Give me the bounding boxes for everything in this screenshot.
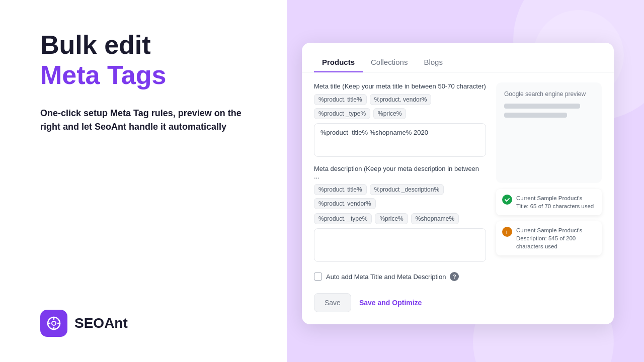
meta-title-group: Meta title (Keep your meta title in betw… <box>314 82 486 157</box>
tag-desc-shopname[interactable]: %shopname% <box>411 213 459 224</box>
tab-collections[interactable]: Collections <box>363 53 416 72</box>
meta-desc-label: Meta description (Keep your meta descrip… <box>314 165 486 180</box>
meta-desc-input[interactable] <box>314 228 486 262</box>
title-meta: Meta Tags <box>40 60 257 90</box>
meta-desc-tags-row1: %product. title% %product _description% … <box>314 184 486 209</box>
meta-desc-group: Meta description (Keep your meta descrip… <box>314 165 486 262</box>
help-icon[interactable]: ? <box>450 272 459 281</box>
action-row: Save Save and Optimize <box>314 293 486 312</box>
meta-title-tags: %product. title% %product. vendor% %prod… <box>314 94 486 119</box>
main-card: Products Collections Blogs Meta title (K… <box>302 43 614 324</box>
save-button[interactable]: Save <box>314 293 351 312</box>
auto-add-label: Auto add Meta Title and Meta Description <box>326 273 446 281</box>
title-status-text: Current Sample Product's Title: 65 of 70… <box>516 194 596 210</box>
preview-section: Google search engine preview Current Sam… <box>496 82 602 312</box>
title-bulk: Bulk edit <box>40 30 257 60</box>
svg-point-6 <box>52 322 55 325</box>
tab-products[interactable]: Products <box>314 53 363 72</box>
tag-product-type[interactable]: %product _type% <box>314 108 370 119</box>
preview-line-1 <box>504 104 580 109</box>
preview-title: Google search engine preview <box>504 90 594 98</box>
svg-text:i: i <box>506 229 508 235</box>
desc-status-badge: i Current Sample Product's Description: … <box>496 221 602 255</box>
auto-add-row: Auto add Meta Title and Meta Description… <box>314 272 486 281</box>
preview-box: Google search engine preview <box>496 82 602 183</box>
tag-desc-price[interactable]: %price% <box>375 213 408 224</box>
seoant-logo-icon <box>40 310 67 337</box>
title-status-badge: Current Sample Product's Title: 65 of 70… <box>496 189 602 215</box>
logo-area: SEOAnt <box>40 310 257 337</box>
tab-blogs[interactable]: Blogs <box>416 53 451 72</box>
meta-title-label: Meta title (Keep your meta title in betw… <box>314 82 486 90</box>
right-panel: Products Collections Blogs Meta title (K… <box>287 0 644 362</box>
tag-desc-type[interactable]: %product. _type% <box>314 213 372 224</box>
tabs-row: Products Collections Blogs <box>302 43 614 72</box>
subtitle: One-click setup Meta Tag rules, preview … <box>40 107 257 134</box>
save-optimize-button[interactable]: Save and Optimize <box>359 294 422 312</box>
left-panel: Bulk edit Meta Tags One-click setup Meta… <box>0 0 287 362</box>
meta-desc-tags-row2: %product. _type% %price% %shopname% <box>314 213 486 224</box>
tag-desc-title[interactable]: %product. title% <box>314 184 367 195</box>
logo-text: SEOAnt <box>74 315 128 331</box>
meta-title-input[interactable] <box>314 123 486 157</box>
tag-price[interactable]: %price% <box>373 108 406 119</box>
card-body: Meta title (Keep your meta title in betw… <box>302 72 614 324</box>
tag-desc-vendor[interactable]: %product. vendor% <box>314 198 376 209</box>
desc-status-text: Current Sample Product's Description: 54… <box>516 226 596 250</box>
check-icon <box>502 195 512 205</box>
tag-product-title[interactable]: %product. title% <box>314 94 367 105</box>
preview-line-2 <box>504 113 567 118</box>
auto-add-checkbox[interactable] <box>314 273 322 281</box>
tag-desc-description[interactable]: %product _description% <box>370 184 444 195</box>
info-icon: i <box>502 227 512 237</box>
form-section: Meta title (Keep your meta title in betw… <box>314 82 486 312</box>
tag-product-vendor[interactable]: %product. vendor% <box>370 94 432 105</box>
